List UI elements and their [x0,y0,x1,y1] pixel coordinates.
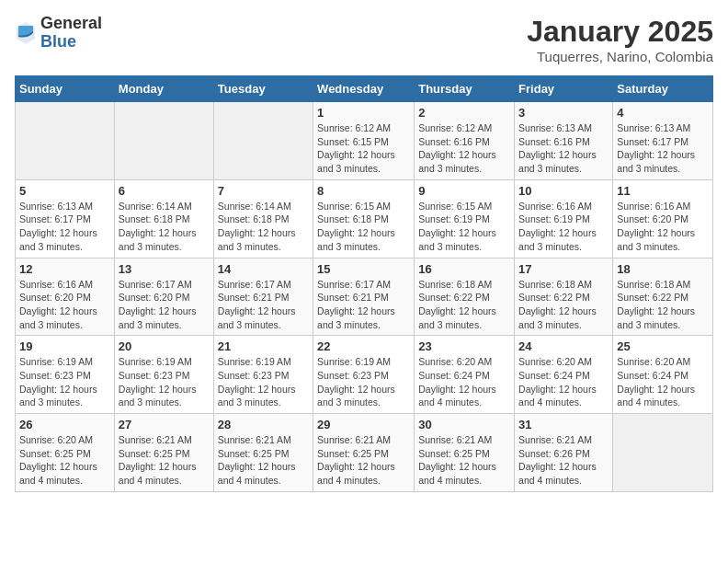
calendar-cell: 16Sunrise: 6:18 AMSunset: 6:22 PMDayligh… [415,258,515,336]
day-number: 2 [418,106,510,120]
day-number: 11 [617,184,709,198]
day-number: 24 [518,339,609,353]
day-number: 9 [418,184,510,198]
calendar-cell: 12Sunrise: 6:16 AMSunset: 6:20 PMDayligh… [16,258,115,336]
day-number: 21 [218,339,309,353]
day-number: 14 [218,262,309,276]
calendar-week-4: 26Sunrise: 6:20 AMSunset: 6:25 PMDayligh… [16,414,713,492]
calendar-cell [16,102,115,180]
day-detail: Sunrise: 6:21 AMSunset: 6:25 PMDaylight:… [218,433,309,488]
calendar-cell: 2Sunrise: 6:12 AMSunset: 6:16 PMDaylight… [415,102,515,180]
calendar-cell: 17Sunrise: 6:18 AMSunset: 6:22 PMDayligh… [515,258,613,336]
calendar-cell: 21Sunrise: 6:19 AMSunset: 6:23 PMDayligh… [213,336,313,414]
day-number: 19 [19,339,110,353]
day-detail: Sunrise: 6:21 AMSunset: 6:25 PMDaylight:… [418,433,510,488]
calendar-cell: 29Sunrise: 6:21 AMSunset: 6:25 PMDayligh… [313,414,415,492]
day-detail: Sunrise: 6:18 AMSunset: 6:22 PMDaylight:… [518,278,609,332]
calendar-cell [613,414,713,492]
day-detail: Sunrise: 6:20 AMSunset: 6:24 PMDaylight:… [518,355,609,409]
day-detail: Sunrise: 6:20 AMSunset: 6:24 PMDaylight:… [418,355,510,409]
day-number: 18 [617,262,709,276]
calendar-cell: 22Sunrise: 6:19 AMSunset: 6:23 PMDayligh… [313,336,415,414]
calendar-cell: 13Sunrise: 6:17 AMSunset: 6:20 PMDayligh… [114,258,213,336]
day-number: 25 [617,339,709,353]
day-detail: Sunrise: 6:19 AMSunset: 6:23 PMDaylight:… [317,355,410,409]
day-detail: Sunrise: 6:16 AMSunset: 6:19 PMDaylight:… [518,200,609,254]
calendar-cell: 24Sunrise: 6:20 AMSunset: 6:24 PMDayligh… [515,336,613,414]
day-detail: Sunrise: 6:20 AMSunset: 6:24 PMDaylight:… [617,355,709,409]
day-number: 31 [518,418,609,431]
calendar-week-1: 5Sunrise: 6:13 AMSunset: 6:17 PMDaylight… [16,179,713,258]
day-number: 3 [518,106,609,120]
day-detail: Sunrise: 6:13 AMSunset: 6:17 PMDaylight:… [617,121,709,176]
calendar-week-2: 12Sunrise: 6:16 AMSunset: 6:20 PMDayligh… [16,258,713,336]
calendar-cell: 3Sunrise: 6:13 AMSunset: 6:16 PMDaylight… [515,102,613,180]
day-number: 28 [218,418,309,431]
title-block: January 2025 Tuquerres, Narino, Colombia [527,15,713,64]
day-detail: Sunrise: 6:19 AMSunset: 6:23 PMDaylight:… [119,355,210,409]
calendar-cell: 30Sunrise: 6:21 AMSunset: 6:25 PMDayligh… [415,414,515,492]
weekday-header-monday: Monday [114,76,213,102]
day-number: 10 [518,184,609,198]
calendar-header: SundayMondayTuesdayWednesdayThursdayFrid… [16,76,713,102]
day-number: 26 [19,418,110,431]
calendar-cell: 8Sunrise: 6:15 AMSunset: 6:18 PMDaylight… [313,179,415,258]
day-detail: Sunrise: 6:16 AMSunset: 6:20 PMDaylight:… [617,200,709,254]
day-detail: Sunrise: 6:18 AMSunset: 6:22 PMDaylight:… [617,278,709,332]
day-detail: Sunrise: 6:17 AMSunset: 6:21 PMDaylight:… [317,278,410,332]
calendar-cell: 6Sunrise: 6:14 AMSunset: 6:18 PMDaylight… [114,179,213,258]
weekday-row: SundayMondayTuesdayWednesdayThursdayFrid… [16,76,713,102]
day-detail: Sunrise: 6:12 AMSunset: 6:15 PMDaylight:… [317,121,410,176]
day-number: 6 [119,184,210,198]
day-detail: Sunrise: 6:15 AMSunset: 6:18 PMDaylight:… [317,200,410,254]
day-number: 20 [119,339,210,353]
day-number: 5 [19,184,110,198]
day-detail: Sunrise: 6:12 AMSunset: 6:16 PMDaylight:… [418,121,510,176]
calendar-cell: 27Sunrise: 6:21 AMSunset: 6:25 PMDayligh… [114,414,213,492]
day-detail: Sunrise: 6:17 AMSunset: 6:21 PMDaylight:… [218,278,309,332]
calendar-cell [213,102,313,180]
day-detail: Sunrise: 6:14 AMSunset: 6:18 PMDaylight:… [119,200,210,254]
weekday-header-tuesday: Tuesday [213,76,313,102]
day-number: 12 [19,262,110,276]
calendar-week-3: 19Sunrise: 6:19 AMSunset: 6:23 PMDayligh… [16,336,713,414]
day-detail: Sunrise: 6:13 AMSunset: 6:17 PMDaylight:… [19,200,110,254]
page-header: General Blue January 2025 Tuquerres, Nar… [15,15,713,64]
day-detail: Sunrise: 6:20 AMSunset: 6:25 PMDaylight:… [19,433,110,488]
calendar-cell: 4Sunrise: 6:13 AMSunset: 6:17 PMDaylight… [613,102,713,180]
day-number: 4 [617,106,709,120]
day-detail: Sunrise: 6:18 AMSunset: 6:22 PMDaylight:… [418,278,510,332]
calendar-body: 1Sunrise: 6:12 AMSunset: 6:15 PMDaylight… [16,102,713,492]
weekday-header-thursday: Thursday [415,76,515,102]
weekday-header-friday: Friday [515,76,613,102]
calendar-cell: 28Sunrise: 6:21 AMSunset: 6:25 PMDayligh… [213,414,313,492]
calendar-cell: 11Sunrise: 6:16 AMSunset: 6:20 PMDayligh… [613,179,713,258]
calendar-cell: 19Sunrise: 6:19 AMSunset: 6:23 PMDayligh… [16,336,115,414]
day-number: 7 [218,184,309,198]
day-detail: Sunrise: 6:15 AMSunset: 6:19 PMDaylight:… [418,200,510,254]
day-number: 17 [518,262,609,276]
logo: General Blue [15,15,102,52]
day-number: 22 [317,339,410,353]
calendar-cell: 25Sunrise: 6:20 AMSunset: 6:24 PMDayligh… [613,336,713,414]
calendar-week-0: 1Sunrise: 6:12 AMSunset: 6:15 PMDaylight… [16,102,713,180]
day-detail: Sunrise: 6:19 AMSunset: 6:23 PMDaylight:… [218,355,309,409]
calendar-cell: 18Sunrise: 6:18 AMSunset: 6:22 PMDayligh… [613,258,713,336]
weekday-header-saturday: Saturday [613,76,713,102]
calendar-cell: 20Sunrise: 6:19 AMSunset: 6:23 PMDayligh… [114,336,213,414]
calendar-cell: 26Sunrise: 6:20 AMSunset: 6:25 PMDayligh… [16,414,115,492]
day-detail: Sunrise: 6:13 AMSunset: 6:16 PMDaylight:… [518,121,609,176]
day-number: 1 [317,106,410,120]
calendar-title: January 2025 [527,15,713,49]
calendar-subtitle: Tuquerres, Narino, Colombia [527,49,713,64]
day-number: 15 [317,262,410,276]
weekday-header-sunday: Sunday [16,76,115,102]
day-number: 29 [317,418,410,431]
day-number: 23 [418,339,510,353]
calendar-cell: 7Sunrise: 6:14 AMSunset: 6:18 PMDaylight… [213,179,313,258]
calendar-table: SundayMondayTuesdayWednesdayThursdayFrid… [15,75,713,492]
calendar-cell [114,102,213,180]
day-detail: Sunrise: 6:21 AMSunset: 6:26 PMDaylight:… [518,433,609,488]
logo-blue: Blue [40,33,102,52]
logo-icon [15,20,37,46]
